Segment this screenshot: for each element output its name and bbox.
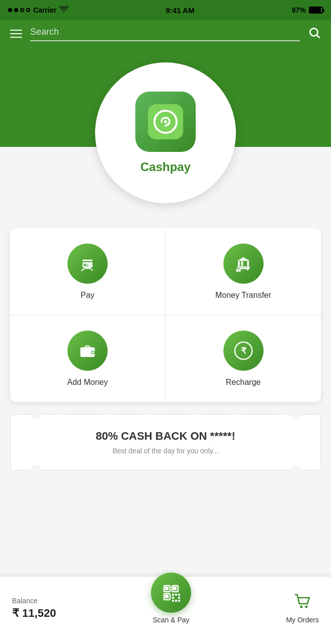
status-right: 97% <box>292 6 323 14</box>
battery-fill <box>310 8 321 13</box>
svg-rect-32 <box>172 600 174 602</box>
svg-text:₹: ₹ <box>240 346 246 356</box>
dot-2 <box>14 8 18 12</box>
promo-title: 80% CASH BACK ON *****! <box>21 430 310 443</box>
hamburger-line-2 <box>10 33 22 34</box>
promo-banner[interactable]: 80% CASH BACK ON *****! Best deal of the… <box>10 414 321 470</box>
svg-marker-7 <box>237 257 250 261</box>
search-bar <box>0 20 331 47</box>
svg-rect-9 <box>241 261 243 266</box>
search-input[interactable] <box>30 27 300 37</box>
dot-1 <box>8 8 12 12</box>
search-input-wrapper[interactable] <box>30 27 300 41</box>
svg-rect-8 <box>238 261 240 266</box>
service-money-transfer[interactable]: ₹ Money Transfer <box>166 228 321 315</box>
my-orders-section[interactable]: My Orders <box>286 593 319 624</box>
pay-icon-circle <box>67 244 108 284</box>
hero-section: Cashpay <box>0 47 331 228</box>
svg-point-6 <box>87 265 89 267</box>
dot-4 <box>26 8 30 12</box>
svg-rect-27 <box>172 594 174 596</box>
recharge-label: Recharge <box>226 378 261 387</box>
svg-rect-26 <box>165 595 169 598</box>
wallet-icon-circle <box>67 331 108 371</box>
service-recharge[interactable]: ₹ Recharge <box>166 315 321 402</box>
svg-rect-28 <box>175 594 177 596</box>
hero-circle: Cashpay <box>95 62 236 203</box>
rupee-icon-circle: ₹ <box>223 331 264 371</box>
svg-rect-31 <box>178 597 180 599</box>
scan-label: Scan & Pay <box>152 616 189 624</box>
cart-icon <box>293 593 311 613</box>
bottom-bar: Balance ₹ 11,520 <box>0 576 331 644</box>
svg-rect-33 <box>175 600 177 602</box>
svg-text:₹: ₹ <box>237 269 239 272</box>
money-transfer-label: Money Transfer <box>215 291 271 300</box>
hamburger-line-1 <box>10 30 22 31</box>
rupee-icon: ₹ <box>233 341 254 361</box>
dot-3 <box>20 8 24 12</box>
scan-circle <box>151 573 191 613</box>
services-card: Pay ₹ Money Tra <box>10 228 321 402</box>
add-money-label: Add Money <box>67 378 108 387</box>
notch-bottom-left <box>31 465 41 475</box>
notch-top-right <box>290 410 300 420</box>
svg-point-3 <box>164 120 167 123</box>
svg-point-36 <box>305 606 308 608</box>
svg-rect-34 <box>178 600 180 602</box>
app-logo-icon <box>148 104 183 139</box>
qr-scan-icon <box>160 582 182 604</box>
status-bar: Carrier 9:41 AM 97% <box>0 0 331 20</box>
status-time: 9:41 AM <box>166 6 194 15</box>
services-grid: Pay ₹ Money Tra <box>10 228 321 402</box>
search-icon[interactable] <box>308 26 321 41</box>
svg-point-35 <box>300 606 303 608</box>
menu-button[interactable] <box>10 30 22 38</box>
balance-section: Balance ₹ 11,520 <box>12 597 56 620</box>
svg-rect-30 <box>172 597 174 599</box>
svg-rect-10 <box>247 261 249 266</box>
signal-dots <box>8 8 30 12</box>
app-logo <box>135 92 196 152</box>
battery-icon <box>309 7 323 14</box>
svg-rect-29 <box>178 594 180 596</box>
svg-point-5 <box>84 264 87 266</box>
service-add-money[interactable]: Add Money <box>10 315 166 402</box>
balance-amount: ₹ 11,520 <box>12 607 56 620</box>
balance-label: Balance <box>12 597 56 605</box>
scan-pay-button[interactable]: Scan & Pay <box>151 573 191 624</box>
orders-label: My Orders <box>286 616 319 624</box>
notch-bottom-right <box>290 465 300 475</box>
wallet-icon <box>77 341 98 361</box>
status-left: Carrier <box>8 6 68 15</box>
svg-rect-22 <box>165 587 169 590</box>
pay-label: Pay <box>80 291 95 300</box>
svg-rect-24 <box>173 587 177 590</box>
notch-top-left <box>31 410 41 420</box>
promo-subtitle: Best deal of the day for you only... <box>21 447 310 455</box>
carrier-label: Carrier <box>33 6 56 14</box>
wifi-icon <box>59 6 68 15</box>
app-name-label: Cashpay <box>140 160 191 174</box>
transfer-icon: ₹ <box>233 254 254 274</box>
pay-icon <box>77 254 98 274</box>
service-pay[interactable]: Pay <box>10 228 166 315</box>
battery-percent: 97% <box>292 6 306 14</box>
transfer-icon-circle: ₹ <box>223 244 264 284</box>
hamburger-line-3 <box>10 37 22 38</box>
